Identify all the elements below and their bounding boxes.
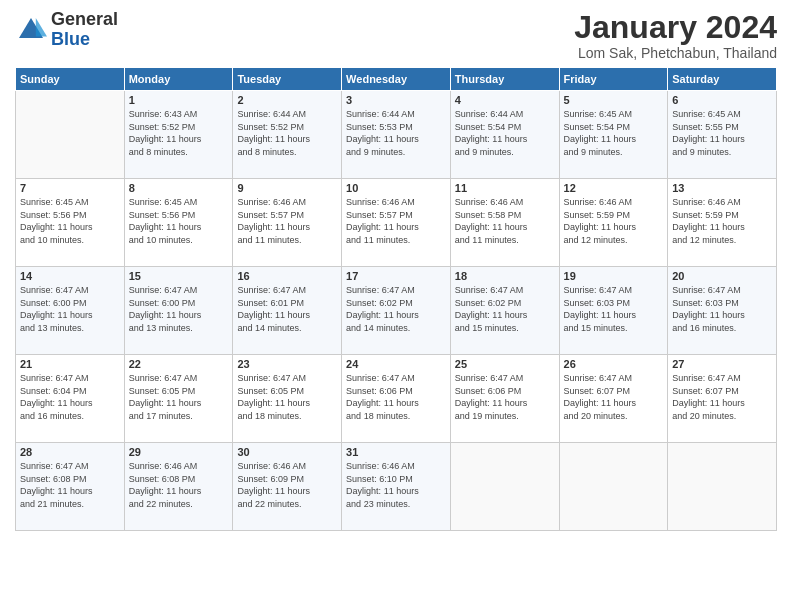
day-info: Sunrise: 6:45 AM Sunset: 5:56 PM Dayligh… bbox=[20, 196, 120, 246]
column-header-thursday: Thursday bbox=[450, 68, 559, 91]
calendar-cell: 13Sunrise: 6:46 AM Sunset: 5:59 PM Dayli… bbox=[668, 179, 777, 267]
column-header-tuesday: Tuesday bbox=[233, 68, 342, 91]
calendar-cell: 19Sunrise: 6:47 AM Sunset: 6:03 PM Dayli… bbox=[559, 267, 668, 355]
day-number: 22 bbox=[129, 358, 229, 370]
day-info: Sunrise: 6:47 AM Sunset: 6:08 PM Dayligh… bbox=[20, 460, 120, 510]
day-info: Sunrise: 6:47 AM Sunset: 6:06 PM Dayligh… bbox=[346, 372, 446, 422]
calendar-cell: 8Sunrise: 6:45 AM Sunset: 5:56 PM Daylig… bbox=[124, 179, 233, 267]
day-info: Sunrise: 6:45 AM Sunset: 5:54 PM Dayligh… bbox=[564, 108, 664, 158]
day-info: Sunrise: 6:47 AM Sunset: 6:04 PM Dayligh… bbox=[20, 372, 120, 422]
calendar-cell: 14Sunrise: 6:47 AM Sunset: 6:00 PM Dayli… bbox=[16, 267, 125, 355]
location: Lom Sak, Phetchabun, Thailand bbox=[574, 45, 777, 61]
calendar-cell: 3Sunrise: 6:44 AM Sunset: 5:53 PM Daylig… bbox=[342, 91, 451, 179]
column-header-sunday: Sunday bbox=[16, 68, 125, 91]
day-number: 27 bbox=[672, 358, 772, 370]
column-header-monday: Monday bbox=[124, 68, 233, 91]
calendar-cell: 5Sunrise: 6:45 AM Sunset: 5:54 PM Daylig… bbox=[559, 91, 668, 179]
calendar-cell: 22Sunrise: 6:47 AM Sunset: 6:05 PM Dayli… bbox=[124, 355, 233, 443]
calendar-cell: 21Sunrise: 6:47 AM Sunset: 6:04 PM Dayli… bbox=[16, 355, 125, 443]
day-number: 13 bbox=[672, 182, 772, 194]
day-info: Sunrise: 6:46 AM Sunset: 6:09 PM Dayligh… bbox=[237, 460, 337, 510]
calendar-cell: 2Sunrise: 6:44 AM Sunset: 5:52 PM Daylig… bbox=[233, 91, 342, 179]
day-info: Sunrise: 6:47 AM Sunset: 6:03 PM Dayligh… bbox=[672, 284, 772, 334]
day-info: Sunrise: 6:46 AM Sunset: 5:59 PM Dayligh… bbox=[564, 196, 664, 246]
day-number: 21 bbox=[20, 358, 120, 370]
day-info: Sunrise: 6:47 AM Sunset: 6:07 PM Dayligh… bbox=[672, 372, 772, 422]
day-info: Sunrise: 6:47 AM Sunset: 6:01 PM Dayligh… bbox=[237, 284, 337, 334]
day-info: Sunrise: 6:46 AM Sunset: 5:57 PM Dayligh… bbox=[346, 196, 446, 246]
logo-blue-text: Blue bbox=[51, 29, 90, 49]
day-info: Sunrise: 6:47 AM Sunset: 6:03 PM Dayligh… bbox=[564, 284, 664, 334]
calendar-cell: 25Sunrise: 6:47 AM Sunset: 6:06 PM Dayli… bbox=[450, 355, 559, 443]
calendar-week-2: 7Sunrise: 6:45 AM Sunset: 5:56 PM Daylig… bbox=[16, 179, 777, 267]
calendar-cell: 18Sunrise: 6:47 AM Sunset: 6:02 PM Dayli… bbox=[450, 267, 559, 355]
day-info: Sunrise: 6:46 AM Sunset: 5:59 PM Dayligh… bbox=[672, 196, 772, 246]
calendar-cell: 24Sunrise: 6:47 AM Sunset: 6:06 PM Dayli… bbox=[342, 355, 451, 443]
calendar-cell: 27Sunrise: 6:47 AM Sunset: 6:07 PM Dayli… bbox=[668, 355, 777, 443]
day-number: 12 bbox=[564, 182, 664, 194]
calendar-week-1: 1Sunrise: 6:43 AM Sunset: 5:52 PM Daylig… bbox=[16, 91, 777, 179]
day-info: Sunrise: 6:44 AM Sunset: 5:53 PM Dayligh… bbox=[346, 108, 446, 158]
calendar-cell bbox=[559, 443, 668, 531]
day-number: 26 bbox=[564, 358, 664, 370]
column-header-friday: Friday bbox=[559, 68, 668, 91]
day-info: Sunrise: 6:47 AM Sunset: 6:00 PM Dayligh… bbox=[129, 284, 229, 334]
title-block: January 2024 Lom Sak, Phetchabun, Thaila… bbox=[574, 10, 777, 61]
day-number: 14 bbox=[20, 270, 120, 282]
day-info: Sunrise: 6:47 AM Sunset: 6:02 PM Dayligh… bbox=[346, 284, 446, 334]
calendar-week-3: 14Sunrise: 6:47 AM Sunset: 6:00 PM Dayli… bbox=[16, 267, 777, 355]
calendar-cell: 16Sunrise: 6:47 AM Sunset: 6:01 PM Dayli… bbox=[233, 267, 342, 355]
calendar-cell: 12Sunrise: 6:46 AM Sunset: 5:59 PM Dayli… bbox=[559, 179, 668, 267]
calendar-cell bbox=[16, 91, 125, 179]
day-info: Sunrise: 6:45 AM Sunset: 5:56 PM Dayligh… bbox=[129, 196, 229, 246]
calendar-cell bbox=[668, 443, 777, 531]
day-info: Sunrise: 6:46 AM Sunset: 5:57 PM Dayligh… bbox=[237, 196, 337, 246]
calendar-cell: 9Sunrise: 6:46 AM Sunset: 5:57 PM Daylig… bbox=[233, 179, 342, 267]
calendar-cell: 4Sunrise: 6:44 AM Sunset: 5:54 PM Daylig… bbox=[450, 91, 559, 179]
calendar-cell: 15Sunrise: 6:47 AM Sunset: 6:00 PM Dayli… bbox=[124, 267, 233, 355]
column-header-wednesday: Wednesday bbox=[342, 68, 451, 91]
svg-marker-1 bbox=[36, 18, 47, 36]
day-number: 8 bbox=[129, 182, 229, 194]
calendar-cell: 17Sunrise: 6:47 AM Sunset: 6:02 PM Dayli… bbox=[342, 267, 451, 355]
calendar-cell: 7Sunrise: 6:45 AM Sunset: 5:56 PM Daylig… bbox=[16, 179, 125, 267]
day-number: 23 bbox=[237, 358, 337, 370]
day-number: 7 bbox=[20, 182, 120, 194]
day-number: 28 bbox=[20, 446, 120, 458]
day-number: 6 bbox=[672, 94, 772, 106]
calendar-table: SundayMondayTuesdayWednesdayThursdayFrid… bbox=[15, 67, 777, 531]
day-info: Sunrise: 6:47 AM Sunset: 6:05 PM Dayligh… bbox=[237, 372, 337, 422]
day-number: 2 bbox=[237, 94, 337, 106]
day-info: Sunrise: 6:46 AM Sunset: 6:08 PM Dayligh… bbox=[129, 460, 229, 510]
day-info: Sunrise: 6:45 AM Sunset: 5:55 PM Dayligh… bbox=[672, 108, 772, 158]
day-number: 30 bbox=[237, 446, 337, 458]
calendar-week-5: 28Sunrise: 6:47 AM Sunset: 6:08 PM Dayli… bbox=[16, 443, 777, 531]
day-number: 5 bbox=[564, 94, 664, 106]
calendar-week-4: 21Sunrise: 6:47 AM Sunset: 6:04 PM Dayli… bbox=[16, 355, 777, 443]
logo: General Blue bbox=[15, 10, 118, 50]
day-number: 19 bbox=[564, 270, 664, 282]
day-info: Sunrise: 6:47 AM Sunset: 6:06 PM Dayligh… bbox=[455, 372, 555, 422]
logo-icon bbox=[15, 14, 47, 46]
day-number: 3 bbox=[346, 94, 446, 106]
day-number: 24 bbox=[346, 358, 446, 370]
month-title: January 2024 bbox=[574, 10, 777, 45]
day-info: Sunrise: 6:47 AM Sunset: 6:02 PM Dayligh… bbox=[455, 284, 555, 334]
page-container: General Blue January 2024 Lom Sak, Phetc… bbox=[0, 0, 792, 612]
day-info: Sunrise: 6:46 AM Sunset: 6:10 PM Dayligh… bbox=[346, 460, 446, 510]
day-info: Sunrise: 6:47 AM Sunset: 6:00 PM Dayligh… bbox=[20, 284, 120, 334]
day-number: 20 bbox=[672, 270, 772, 282]
calendar-cell: 6Sunrise: 6:45 AM Sunset: 5:55 PM Daylig… bbox=[668, 91, 777, 179]
calendar-cell: 1Sunrise: 6:43 AM Sunset: 5:52 PM Daylig… bbox=[124, 91, 233, 179]
day-number: 9 bbox=[237, 182, 337, 194]
day-number: 1 bbox=[129, 94, 229, 106]
day-number: 10 bbox=[346, 182, 446, 194]
calendar-cell bbox=[450, 443, 559, 531]
day-info: Sunrise: 6:44 AM Sunset: 5:54 PM Dayligh… bbox=[455, 108, 555, 158]
day-number: 11 bbox=[455, 182, 555, 194]
calendar-cell: 26Sunrise: 6:47 AM Sunset: 6:07 PM Dayli… bbox=[559, 355, 668, 443]
calendar-cell: 11Sunrise: 6:46 AM Sunset: 5:58 PM Dayli… bbox=[450, 179, 559, 267]
day-number: 25 bbox=[455, 358, 555, 370]
calendar-cell: 23Sunrise: 6:47 AM Sunset: 6:05 PM Dayli… bbox=[233, 355, 342, 443]
calendar-cell: 20Sunrise: 6:47 AM Sunset: 6:03 PM Dayli… bbox=[668, 267, 777, 355]
